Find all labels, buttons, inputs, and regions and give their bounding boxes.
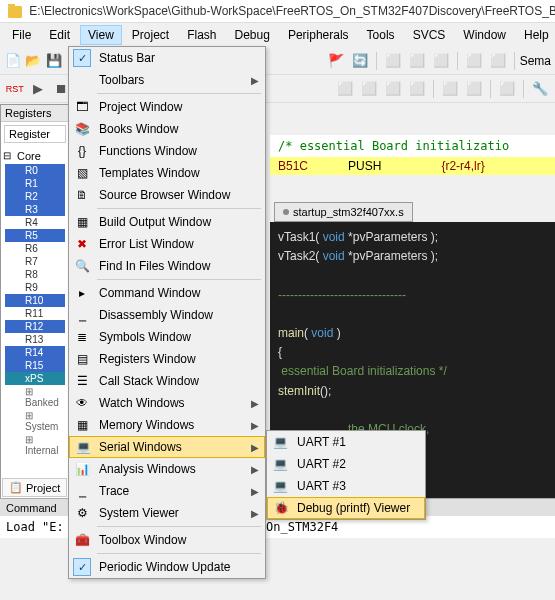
code-header: /* essential Board initializatio B51CPUS… <box>270 135 555 175</box>
menu-books-window[interactable]: 📚 Books Window <box>69 118 265 140</box>
menu-analysis-windows[interactable]: 📊 Analysis Windows ▶ <box>69 458 265 480</box>
menu-debug[interactable]: Debug <box>227 25 278 45</box>
menu-periodic-update[interactable]: ✓ Periodic Window Update <box>69 556 265 578</box>
core-node[interactable]: Core <box>3 148 67 164</box>
menu-symbols[interactable]: ≣ Symbols Window <box>69 326 265 348</box>
menu-system-viewer[interactable]: ⚙ System Viewer ▶ <box>69 502 265 524</box>
tool-icon[interactable]: ⬜ <box>487 50 509 72</box>
menu-find-in-files[interactable]: 🔍 Find In Files Window <box>69 255 265 277</box>
menu-flash[interactable]: Flash <box>179 25 224 45</box>
window-icon[interactable]: ⬜ <box>358 78 380 100</box>
reg-r8[interactable]: R8 <box>5 268 65 281</box>
open-icon[interactable]: 📂 <box>24 50 42 72</box>
reg-r7[interactable]: R7 <box>5 255 65 268</box>
window-icon[interactable]: ⬜ <box>382 78 404 100</box>
window-icon[interactable]: ⬜ <box>439 78 461 100</box>
reg-r5[interactable]: R5 <box>5 229 65 242</box>
register-tab[interactable]: Register <box>4 125 66 143</box>
reg-r11[interactable]: R11 <box>5 307 65 320</box>
reg-r4[interactable]: R4 <box>5 216 65 229</box>
memory-icon: ▦ <box>73 416 91 434</box>
window-icon[interactable]: ⬜ <box>463 78 485 100</box>
submenu-uart1[interactable]: 💻 UART #1 <box>267 431 425 453</box>
menu-serial-windows[interactable]: 💻 Serial Windows ▶ <box>69 436 265 458</box>
reg-r2[interactable]: R2 <box>5 190 65 203</box>
menu-file[interactable]: File <box>4 25 39 45</box>
reg-r15[interactable]: R15 <box>5 359 65 372</box>
output-icon: ▦ <box>73 213 91 231</box>
file-tab-label: startup_stm32f407xx.s <box>293 206 404 218</box>
reg-internal[interactable]: Internal <box>5 433 65 457</box>
title-path: E:\Electronics\WorkSpace\Github-WorkSpac… <box>29 4 555 18</box>
menu-trace[interactable]: ⎯ Trace ▶ <box>69 480 265 502</box>
menu-disassembly[interactable]: ⎯ Disassembly Window <box>69 304 265 326</box>
menu-view[interactable]: View <box>80 25 122 45</box>
file-tab[interactable]: startup_stm32f407xx.s <box>274 202 413 222</box>
reg-r1[interactable]: R1 <box>5 177 65 190</box>
reg-system[interactable]: System <box>5 409 65 433</box>
save-icon[interactable]: 💾 <box>44 50 62 72</box>
project-tab[interactable]: 📋 Project <box>2 478 67 497</box>
menu-registers[interactable]: ▤ Registers Window <box>69 348 265 370</box>
uart-icon: 💻 <box>271 477 289 495</box>
menu-memory-windows[interactable]: ▦ Memory Windows ▶ <box>69 414 265 436</box>
books-icon: 📚 <box>73 120 91 138</box>
menu-svcs[interactable]: SVCS <box>405 25 454 45</box>
menu-project-window[interactable]: 🗔 Project Window <box>69 96 265 118</box>
registers-title: Registers <box>1 105 69 122</box>
submenu-uart3[interactable]: 💻 UART #3 <box>267 475 425 497</box>
error-icon: ✖ <box>73 235 91 253</box>
reg-banked[interactable]: Banked <box>5 385 65 409</box>
menu-status-bar[interactable]: ✓ Status Bar <box>69 47 265 69</box>
project-icon: 📋 <box>9 481 23 494</box>
menu-help[interactable]: Help <box>516 25 555 45</box>
menu-functions-window[interactable]: {} Functions Window <box>69 140 265 162</box>
rst-icon[interactable]: RST <box>4 78 25 100</box>
window-icon[interactable]: ⬜ <box>496 78 518 100</box>
menu-toolbars[interactable]: Toolbars ▶ <box>69 69 265 91</box>
gear-icon[interactable]: 🔧 <box>529 78 551 100</box>
registers-panel: Registers Register Core R0 R1 R2 R3 R4 R… <box>0 104 70 504</box>
submenu-uart2[interactable]: 💻 UART #2 <box>267 453 425 475</box>
reg-r3[interactable]: R3 <box>5 203 65 216</box>
tool-icon[interactable]: ⬜ <box>463 50 485 72</box>
submenu-debug-printf[interactable]: 🐞 Debug (printf) Viewer <box>267 497 425 519</box>
run-icon[interactable]: ▶ <box>27 78 48 100</box>
reg-r14[interactable]: R14 <box>5 346 65 359</box>
reg-r10[interactable]: R10 <box>5 294 65 307</box>
tool-icon[interactable]: ⬜ <box>382 50 404 72</box>
menu-bar: File Edit View Project Flash Debug Perip… <box>0 23 555 47</box>
check-icon: ✓ <box>73 49 91 67</box>
menu-source-browser[interactable]: 🗎 Source Browser Window <box>69 184 265 206</box>
window-icon[interactable]: ⬜ <box>406 78 428 100</box>
menu-call-stack[interactable]: ☰ Call Stack Window <box>69 370 265 392</box>
tool-icon[interactable]: ⬜ <box>406 50 428 72</box>
menu-build-output[interactable]: ▦ Build Output Window <box>69 211 265 233</box>
menu-watch-windows[interactable]: 👁 Watch Windows ▶ <box>69 392 265 414</box>
tool-icon[interactable]: ⬜ <box>430 50 452 72</box>
menu-toolbox-window[interactable]: 🧰 Toolbox Window <box>69 529 265 551</box>
window-icon: 🗔 <box>73 98 91 116</box>
refresh-icon[interactable]: 🔄 <box>349 50 371 72</box>
reg-xps[interactable]: xPS <box>5 372 65 385</box>
reg-r9[interactable]: R9 <box>5 281 65 294</box>
menu-project[interactable]: Project <box>124 25 177 45</box>
menu-window[interactable]: Window <box>455 25 514 45</box>
arrow-icon: ▶ <box>251 464 259 475</box>
reg-r12[interactable]: R12 <box>5 320 65 333</box>
reg-r13[interactable]: R13 <box>5 333 65 346</box>
menu-error-list[interactable]: ✖ Error List Window <box>69 233 265 255</box>
serial-submenu: 💻 UART #1 💻 UART #2 💻 UART #3 🐞 Debug (p… <box>266 430 426 520</box>
menu-templates-window[interactable]: ▧ Templates Window <box>69 162 265 184</box>
menu-peripherals[interactable]: Peripherals <box>280 25 357 45</box>
reg-r0[interactable]: R0 <box>5 164 65 177</box>
uart-icon: 💻 <box>271 455 289 473</box>
command-icon: ▸ <box>73 284 91 302</box>
menu-command-window[interactable]: ▸ Command Window <box>69 282 265 304</box>
menu-tools[interactable]: Tools <box>359 25 403 45</box>
window-icon[interactable]: ⬜ <box>334 78 356 100</box>
menu-edit[interactable]: Edit <box>41 25 78 45</box>
new-icon[interactable]: 📄 <box>4 50 22 72</box>
flag-icon[interactable]: 🚩 <box>325 50 347 72</box>
reg-r6[interactable]: R6 <box>5 242 65 255</box>
